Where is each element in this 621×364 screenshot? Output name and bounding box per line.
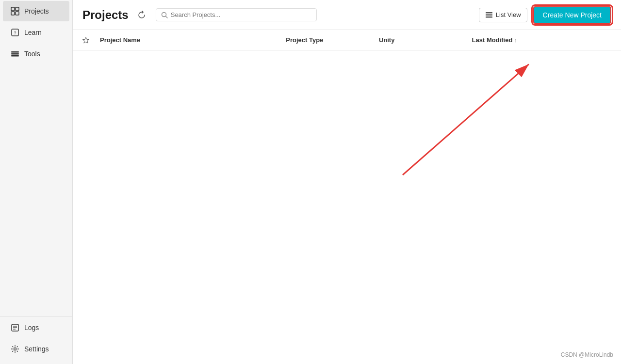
svg-rect-1 xyxy=(16,7,19,11)
sidebar-item-logs[interactable]: Logs xyxy=(3,317,69,338)
list-view-icon xyxy=(485,11,493,19)
header: Projects xyxy=(73,0,621,30)
th-project-type: Project Type xyxy=(286,36,379,44)
sidebar-item-tools-label: Tools xyxy=(24,50,40,58)
page-title: Projects xyxy=(82,8,129,22)
sidebar-top: Projects ? Learn Tools xyxy=(0,0,72,316)
table-header: Project Name Project Type Unity Last Mod… xyxy=(73,30,621,50)
th-last-modified[interactable]: Last Modified ↑ xyxy=(472,36,611,44)
svg-rect-7 xyxy=(11,53,19,55)
sidebar: Projects ? Learn Tools xyxy=(0,0,73,364)
svg-rect-16 xyxy=(486,12,492,14)
sidebar-item-settings-label: Settings xyxy=(24,345,49,353)
sidebar-item-logs-label: Logs xyxy=(24,324,39,332)
tools-icon xyxy=(11,49,19,58)
svg-point-13 xyxy=(14,348,16,350)
th-star xyxy=(82,37,100,44)
sidebar-item-learn-label: Learn xyxy=(24,29,42,36)
svg-text:?: ? xyxy=(14,31,16,35)
th-project-name: Project Name xyxy=(100,36,286,44)
projects-icon xyxy=(11,7,19,16)
main-content: Projects xyxy=(73,0,621,364)
settings-icon xyxy=(11,345,19,353)
svg-line-21 xyxy=(403,64,529,175)
refresh-icon[interactable] xyxy=(137,11,146,19)
logs-icon xyxy=(11,323,19,332)
list-view-button[interactable]: List View xyxy=(479,8,527,22)
sidebar-item-projects[interactable]: Projects xyxy=(3,1,69,21)
table-body: CSDN @MicroLindb xyxy=(73,50,621,364)
search-icon xyxy=(161,12,168,18)
svg-rect-2 xyxy=(11,12,15,15)
svg-rect-17 xyxy=(486,14,492,16)
annotation-arrow xyxy=(73,50,621,364)
svg-rect-3 xyxy=(16,12,19,15)
search-container xyxy=(156,8,317,21)
svg-rect-18 xyxy=(486,16,492,18)
sidebar-item-learn[interactable]: ? Learn xyxy=(3,22,69,43)
create-new-project-button[interactable]: Create New Project xyxy=(533,6,611,24)
watermark: CSDN @MicroLindb xyxy=(561,351,613,358)
sidebar-item-tools[interactable]: Tools xyxy=(3,44,69,64)
learn-icon: ? xyxy=(11,28,19,37)
th-unity: Unity xyxy=(379,36,472,44)
sidebar-bottom: Logs Settings xyxy=(0,316,72,364)
svg-rect-0 xyxy=(11,7,15,11)
sidebar-item-settings[interactable]: Settings xyxy=(3,339,69,359)
svg-line-15 xyxy=(165,16,167,18)
list-view-label: List View xyxy=(496,11,521,18)
sidebar-item-projects-label: Projects xyxy=(24,7,49,15)
svg-rect-6 xyxy=(11,51,19,53)
svg-rect-8 xyxy=(11,55,19,57)
search-input[interactable] xyxy=(171,11,311,18)
sort-icon: ↑ xyxy=(514,37,517,43)
svg-marker-19 xyxy=(83,37,89,43)
